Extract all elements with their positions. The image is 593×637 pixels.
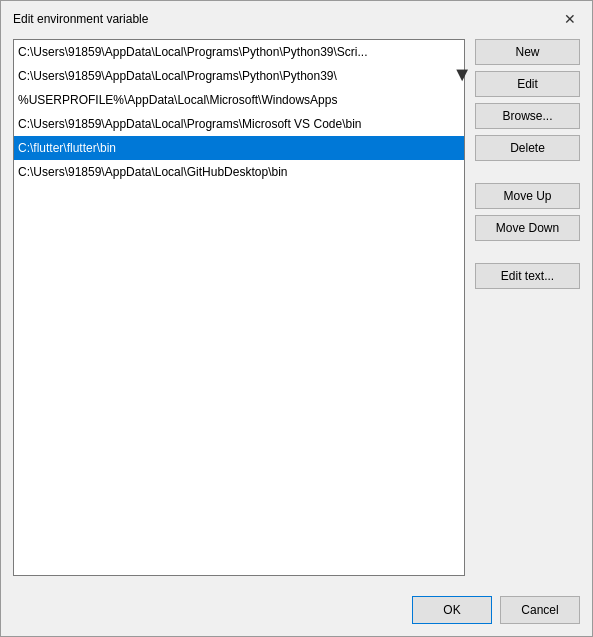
spacer1 [475,167,580,177]
edit-env-var-dialog: Edit environment variable ✕ ▼ C:\Users\9… [0,0,593,637]
browse-button[interactable]: Browse... [475,103,580,129]
cancel-button[interactable]: Cancel [500,596,580,624]
close-button[interactable]: ✕ [560,9,580,29]
path-list[interactable]: C:\Users\91859\AppData\Local\Programs\Py… [13,39,465,576]
scroll-arrow-icon: ▼ [452,63,472,86]
buttons-panel: New Edit Browse... Delete Move Up Move D… [475,39,580,576]
edit-button[interactable]: Edit [475,71,580,97]
content-area: C:\Users\91859\AppData\Local\Programs\Py… [1,35,592,588]
dialog-title: Edit environment variable [13,12,148,26]
move-down-button[interactable]: Move Down [475,215,580,241]
list-item[interactable]: C:\Users\91859\AppData\Local\GitHubDeskt… [14,160,464,184]
list-item[interactable]: C:\Users\91859\AppData\Local\Programs\Py… [14,64,464,88]
spacer2 [475,247,580,257]
list-item[interactable]: C:\flutter\flutter\bin [14,136,464,160]
title-bar: Edit environment variable ✕ [1,1,592,35]
list-item[interactable]: C:\Users\91859\AppData\Local\Programs\Mi… [14,112,464,136]
move-up-button[interactable]: Move Up [475,183,580,209]
new-button[interactable]: New [475,39,580,65]
delete-button[interactable]: Delete [475,135,580,161]
list-item[interactable]: %USERPROFILE%\AppData\Local\Microsoft\Wi… [14,88,464,112]
footer: OK Cancel [1,588,592,636]
edit-text-button[interactable]: Edit text... [475,263,580,289]
ok-button[interactable]: OK [412,596,492,624]
list-item[interactable]: C:\Users\91859\AppData\Local\Programs\Py… [14,40,464,64]
